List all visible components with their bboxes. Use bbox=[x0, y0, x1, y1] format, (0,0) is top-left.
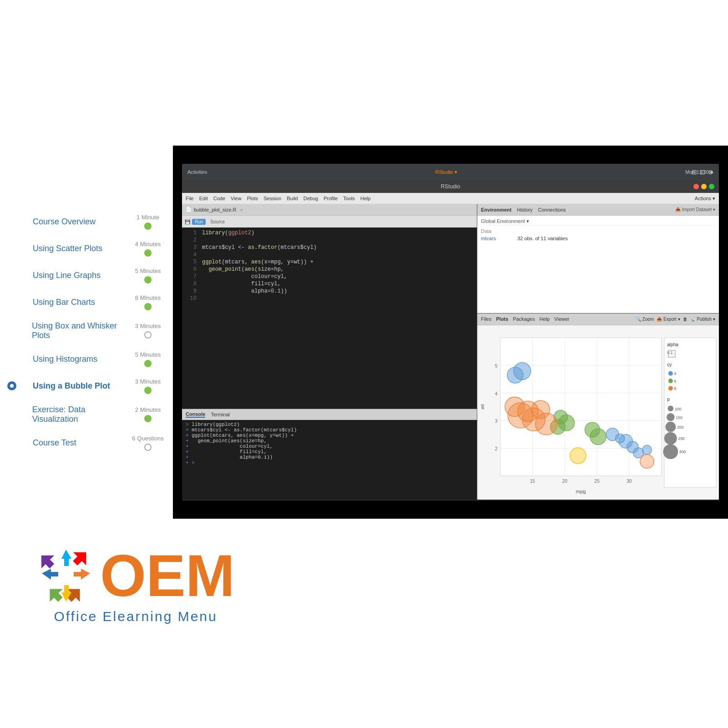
active-bullet-icon bbox=[7, 381, 16, 390]
menu-help[interactable]: Help bbox=[360, 196, 371, 201]
console-area: Console Terminal > library(ggplot2) > mt… bbox=[182, 409, 477, 500]
plot-panel: Files Plots Packages Help Viewer 🔍 Zoom … bbox=[477, 313, 719, 500]
sidebar-item-bar-charts[interactable]: Using Bar Charts 8 Minutes bbox=[18, 289, 168, 316]
env-var-value: 32 obs. of 11 variables bbox=[517, 236, 568, 241]
sidebar-item-course-test[interactable]: Course Test 6 Questions bbox=[18, 430, 168, 456]
source-icon[interactable]: Source bbox=[207, 219, 228, 225]
svg-point-40 bbox=[640, 455, 654, 468]
sidebar-item-box-whisker[interactable]: Using Box and Whisker Plots 3 Minutes bbox=[18, 316, 168, 346]
menu-edit[interactable]: Edit bbox=[199, 196, 208, 201]
close-icon[interactable]: ⊗ bbox=[708, 168, 713, 176]
global-env-label: Global Environment ▾ bbox=[481, 217, 715, 226]
sidebar-item-line-graphs[interactable]: Using Line Graphs 5 Minutes bbox=[18, 262, 168, 289]
menu-view[interactable]: View bbox=[231, 196, 242, 201]
oem-brand-text: OEM bbox=[100, 546, 235, 605]
menu-file[interactable]: File bbox=[186, 196, 194, 201]
help-tab[interactable]: Help bbox=[539, 316, 550, 322]
svg-text:300: 300 bbox=[679, 450, 686, 454]
maximize-button-icon[interactable] bbox=[709, 184, 714, 189]
rstudio-menubar: File Edit Code View Plots Session Build … bbox=[182, 193, 719, 204]
sidebar-item-course-overview[interactable]: Course Overview 1 Minute bbox=[18, 208, 168, 235]
sidebar-item-right: 3 Minutes bbox=[127, 378, 168, 394]
duration-text: 5 Minutes bbox=[135, 351, 161, 358]
top-area bbox=[0, 0, 728, 146]
maximize-icon[interactable]: ⊡ bbox=[700, 168, 705, 176]
svg-rect-44 bbox=[668, 350, 675, 357]
sidebar-item-label: Using a Bubble Plot bbox=[33, 381, 110, 391]
svg-marker-70 bbox=[61, 550, 71, 566]
delete-plot-btn[interactable]: 🗑 bbox=[683, 317, 688, 322]
code-line-10: 10 bbox=[182, 295, 477, 302]
sidebar-item-left: Using Scatter Plots bbox=[18, 244, 102, 253]
env-row-mtcars: mtcars 32 obs. of 11 variables bbox=[481, 235, 715, 242]
sidebar-item-bubble-plot[interactable]: Using a Bubble Plot 3 Minutes bbox=[18, 373, 168, 399]
minimize-icon[interactable]: ⊟ bbox=[692, 168, 697, 176]
console-tab[interactable]: Console bbox=[186, 411, 205, 418]
save-icon[interactable]: 💾 bbox=[185, 219, 190, 224]
actions-dropdown[interactable]: Actions ▾ bbox=[695, 196, 715, 202]
console-header: Console Terminal bbox=[182, 409, 477, 420]
bottom-area: OEM Office Elearning Menu bbox=[0, 519, 728, 728]
status-dot-green bbox=[144, 360, 152, 367]
connections-tab[interactable]: Connections bbox=[538, 207, 566, 212]
svg-text:100: 100 bbox=[675, 406, 682, 411]
console-body[interactable]: > library(ggplot2) > mtcars$cyl <- as.fa… bbox=[182, 420, 477, 500]
menu-plots[interactable]: Plots bbox=[247, 196, 258, 201]
sidebar-item-left: Using Bar Charts bbox=[18, 298, 95, 307]
svg-point-37 bbox=[536, 413, 557, 435]
data-section-label: Data bbox=[481, 228, 715, 235]
console-line-4: + geom_point(aes(size=hp, bbox=[186, 438, 473, 444]
code-editor[interactable]: 1 library(ggplot2) 2 3 mtcars$cyl <- as.… bbox=[182, 228, 477, 409]
code-line-6: 6 geom_point(aes(size=hp, bbox=[182, 266, 477, 273]
env-var-name[interactable]: mtcars bbox=[481, 236, 517, 241]
menu-build[interactable]: Build bbox=[287, 196, 298, 201]
viewer-tab[interactable]: Viewer bbox=[554, 316, 569, 322]
menu-session[interactable]: Session bbox=[263, 196, 281, 201]
oem-logo: OEM Office Elearning Menu bbox=[36, 546, 235, 624]
sidebar-item-label: Exercise: Data Visualization bbox=[32, 405, 127, 424]
minimize-button-icon[interactable] bbox=[701, 184, 707, 189]
menu-tools[interactable]: Tools bbox=[343, 196, 355, 201]
run-icon[interactable]: Run bbox=[192, 219, 206, 225]
console-line-3: > ggplot(mtcars, aes(x=mpg, y=wt)) + bbox=[186, 433, 473, 438]
close-tab-icon[interactable]: × bbox=[240, 207, 243, 212]
file-tab-label[interactable]: bubble_plot_size.R bbox=[194, 207, 237, 212]
packages-tab[interactable]: Packages bbox=[513, 316, 535, 322]
sidebar-item-data-viz[interactable]: Exercise: Data Visualization 2 Minutes bbox=[18, 399, 168, 430]
svg-point-57 bbox=[665, 422, 676, 432]
menu-profile[interactable]: Profile bbox=[324, 196, 338, 201]
rstudio-label: RStudio ▾ bbox=[435, 169, 457, 175]
close-button-icon[interactable] bbox=[693, 184, 699, 189]
env-tab[interactable]: Environment bbox=[481, 207, 511, 212]
rs-left-panel: 📄 bubble_plot_size.R × 💾 Run Source bbox=[182, 204, 477, 500]
svg-marker-65 bbox=[74, 569, 90, 580]
menu-debug[interactable]: Debug bbox=[303, 196, 318, 201]
logo-top: OEM bbox=[36, 546, 235, 605]
import-dataset-btn[interactable]: 📥 Import Dataset ▾ bbox=[675, 207, 715, 212]
status-dot-green bbox=[144, 303, 152, 310]
plots-tab[interactable]: Plots bbox=[496, 316, 508, 322]
zoom-btn[interactable]: 🔍 Zoom bbox=[636, 317, 654, 322]
menu-code[interactable]: Code bbox=[213, 196, 225, 201]
oem-letters: OEM bbox=[100, 542, 235, 609]
console-line-1: > library(ggplot2) bbox=[186, 422, 473, 427]
svg-text:2: 2 bbox=[495, 446, 498, 451]
publish-btn[interactable]: 📡 Publish ▾ bbox=[690, 317, 715, 322]
duration-text: 4 Minutes bbox=[135, 241, 161, 248]
svg-point-24 bbox=[642, 445, 652, 454]
files-tab[interactable]: Files bbox=[481, 316, 491, 322]
terminal-tab[interactable]: Terminal bbox=[211, 412, 230, 417]
svg-point-53 bbox=[667, 405, 673, 411]
code-line-4: 4 bbox=[182, 251, 477, 258]
main-container: Course Overview 1 Minute Using Scatter P… bbox=[0, 0, 728, 728]
activities-label[interactable]: Activities bbox=[187, 169, 207, 175]
svg-text:p: p bbox=[667, 397, 670, 402]
history-tab[interactable]: History bbox=[517, 207, 532, 212]
code-line-9: 9 alpha=0.1)) bbox=[182, 288, 477, 295]
svg-text:3: 3 bbox=[495, 419, 498, 424]
sidebar-item-histograms[interactable]: Using Histograms 5 Minutes bbox=[18, 346, 168, 373]
svg-point-38 bbox=[505, 397, 525, 416]
export-btn[interactable]: 📤 Export ▾ bbox=[657, 317, 680, 322]
sidebar-item-right: 6 Questions bbox=[127, 435, 168, 451]
sidebar-item-scatter-plots[interactable]: Using Scatter Plots 4 Minutes bbox=[18, 235, 168, 262]
